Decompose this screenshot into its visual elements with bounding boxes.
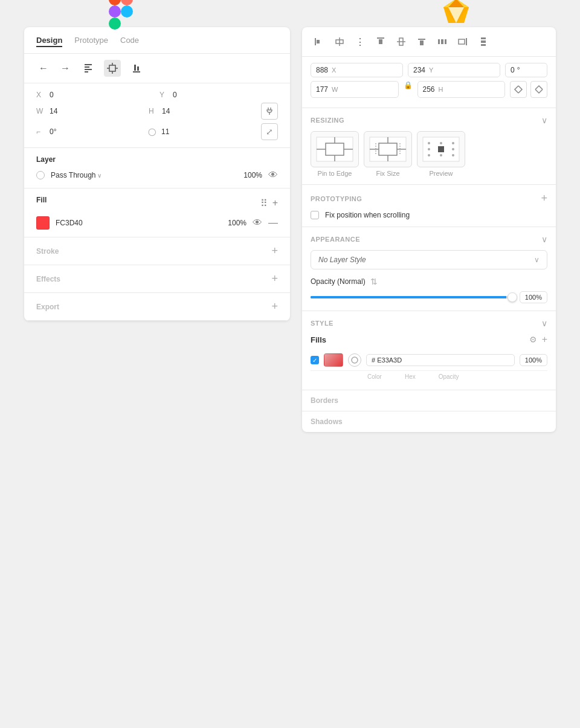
layer-title: Layer bbox=[36, 155, 278, 164]
y-coord-label: Y bbox=[429, 66, 433, 74]
fix-scroll-row: Fix position when scrolling bbox=[311, 211, 547, 219]
align-bottom-right-button[interactable] bbox=[413, 33, 430, 50]
tab-prototype[interactable]: Prototype bbox=[74, 36, 108, 47]
align-bottom-button[interactable] bbox=[128, 60, 145, 77]
h-field: H 14 bbox=[149, 107, 170, 115]
flip-v-button[interactable] bbox=[530, 81, 547, 98]
flip-h-button[interactable] bbox=[510, 81, 527, 98]
align-center-button[interactable] bbox=[104, 60, 121, 77]
add-stroke-button[interactable]: + bbox=[271, 245, 278, 257]
svg-rect-35 bbox=[438, 39, 440, 44]
preview-option[interactable]: Preview bbox=[417, 131, 465, 177]
appearance-chevron[interactable]: ∨ bbox=[541, 234, 547, 244]
add-export-button[interactable]: + bbox=[271, 300, 278, 313]
align-left-edge-button[interactable] bbox=[311, 33, 327, 50]
align-v-center-button[interactable] bbox=[393, 33, 410, 50]
align-right-button[interactable]: → bbox=[58, 60, 72, 76]
fill-visibility-button[interactable]: 👁 bbox=[253, 217, 262, 228]
align-center-icon bbox=[106, 62, 118, 74]
layer-opacity[interactable]: 100% bbox=[243, 171, 262, 179]
angle-coord-field[interactable]: 0 ° bbox=[505, 63, 547, 77]
y-coord-field[interactable]: 234 Y bbox=[408, 63, 500, 77]
fill-type-icon[interactable] bbox=[348, 353, 361, 367]
angle-value[interactable]: 0° bbox=[50, 127, 56, 136]
fill-row: FC3D40 100% 👁 — bbox=[36, 216, 278, 230]
tab-design[interactable]: Design bbox=[36, 36, 62, 47]
sketch-logo bbox=[441, 0, 471, 27]
opacity-arrows: ⇅ bbox=[370, 277, 378, 286]
x-value[interactable]: 0 bbox=[50, 91, 54, 99]
add-effect-button[interactable]: + bbox=[271, 272, 278, 285]
align-text-button[interactable] bbox=[80, 60, 97, 77]
chain-icon bbox=[265, 105, 274, 117]
fill-opacity-value[interactable]: 100% bbox=[228, 219, 246, 227]
more-options-button[interactable]: ⋮ bbox=[352, 33, 369, 50]
preview-svg bbox=[420, 134, 462, 164]
h-coord-label: H bbox=[439, 86, 443, 93]
svg-rect-29 bbox=[377, 37, 384, 39]
align-bottom-icon bbox=[130, 62, 143, 74]
style-chevron[interactable]: ∨ bbox=[541, 318, 547, 328]
svg-rect-39 bbox=[466, 38, 467, 45]
align-left-button[interactable]: ← bbox=[36, 60, 51, 76]
svg-rect-21 bbox=[134, 65, 136, 71]
add-prototype-button[interactable]: + bbox=[541, 192, 547, 205]
add-fill-right-button[interactable]: + bbox=[542, 334, 547, 345]
top-coords-row: 888 X 234 Y 0 ° bbox=[311, 63, 547, 77]
fix-size-option[interactable]: Fix Size bbox=[364, 131, 412, 177]
fill-opacity-field[interactable]: 100% bbox=[520, 354, 547, 366]
x-coord-field[interactable]: 888 X bbox=[311, 63, 403, 77]
svg-rect-14 bbox=[85, 69, 92, 70]
svg-point-4 bbox=[121, 5, 133, 18]
fill-color-swatch[interactable] bbox=[36, 216, 50, 230]
opacity-slider[interactable] bbox=[311, 296, 515, 298]
visibility-toggle-button[interactable]: 👁 bbox=[268, 170, 278, 181]
pin-to-edge-option[interactable]: Pin to Edge bbox=[311, 131, 359, 177]
add-fill-button[interactable]: + bbox=[272, 198, 278, 208]
figma-logo bbox=[109, 0, 133, 30]
flip-h-icon bbox=[513, 84, 524, 95]
fill-hex-field[interactable]: # E33A3D bbox=[366, 354, 515, 366]
svg-rect-38 bbox=[459, 39, 465, 44]
effects-label: Effects bbox=[36, 275, 60, 283]
w-coord-field[interactable]: 177 W bbox=[311, 81, 399, 98]
fill-item-checkbox[interactable]: ✓ bbox=[311, 356, 319, 364]
resizing-chevron[interactable]: ∨ bbox=[541, 115, 547, 125]
x-label: X bbox=[36, 91, 46, 99]
fills-settings-icon[interactable]: ⚙ bbox=[529, 335, 537, 344]
layer-style-chevron: ∨ bbox=[534, 256, 540, 264]
fills-title: Fills bbox=[311, 335, 326, 344]
preview-label: Preview bbox=[429, 170, 453, 177]
fix-scroll-checkbox[interactable] bbox=[311, 211, 319, 219]
align-h-center-button[interactable] bbox=[331, 33, 348, 50]
fills-actions: ⚙ + bbox=[529, 334, 547, 345]
y-value[interactable]: 0 bbox=[173, 91, 177, 99]
distribute-h-button[interactable] bbox=[434, 33, 451, 50]
right-panel: ⋮ 888 X bbox=[302, 27, 556, 432]
w-value[interactable]: 14 bbox=[50, 107, 57, 115]
constrain-ratio-button[interactable] bbox=[261, 103, 278, 120]
corner-value[interactable]: 11 bbox=[161, 127, 169, 136]
coordinates-section: X 0 Y 0 W 14 H 14 bbox=[24, 83, 290, 148]
expand-button[interactable]: ⤢ bbox=[261, 123, 278, 140]
align-distribute-v-button[interactable] bbox=[475, 33, 492, 50]
fix-size-svg bbox=[367, 134, 409, 164]
layer-style-dropdown[interactable]: No Layer Style ∨ bbox=[311, 250, 547, 269]
preview-box bbox=[417, 131, 465, 167]
blend-mode-dropdown[interactable]: Pass Through ∨ bbox=[51, 171, 102, 179]
fix-size-label: Fix Size bbox=[376, 170, 399, 177]
opacity-knob[interactable] bbox=[507, 292, 517, 302]
svg-rect-15 bbox=[85, 71, 88, 72]
opacity-value[interactable]: 100% bbox=[520, 291, 547, 303]
fill-hex[interactable]: FC3D40 bbox=[56, 219, 222, 227]
tab-code[interactable]: Code bbox=[120, 36, 139, 47]
h-coord-field[interactable]: 256 H bbox=[417, 81, 506, 98]
align-top-button[interactable] bbox=[372, 33, 389, 50]
fill-color-preview[interactable] bbox=[324, 353, 343, 367]
remove-fill-button[interactable]: — bbox=[268, 217, 278, 228]
svg-point-58 bbox=[428, 142, 430, 144]
fill-options-button[interactable]: ⠿ bbox=[260, 198, 268, 209]
svg-rect-45 bbox=[326, 143, 344, 155]
align-right-edge-button[interactable] bbox=[454, 33, 471, 50]
h-value[interactable]: 14 bbox=[162, 107, 170, 115]
